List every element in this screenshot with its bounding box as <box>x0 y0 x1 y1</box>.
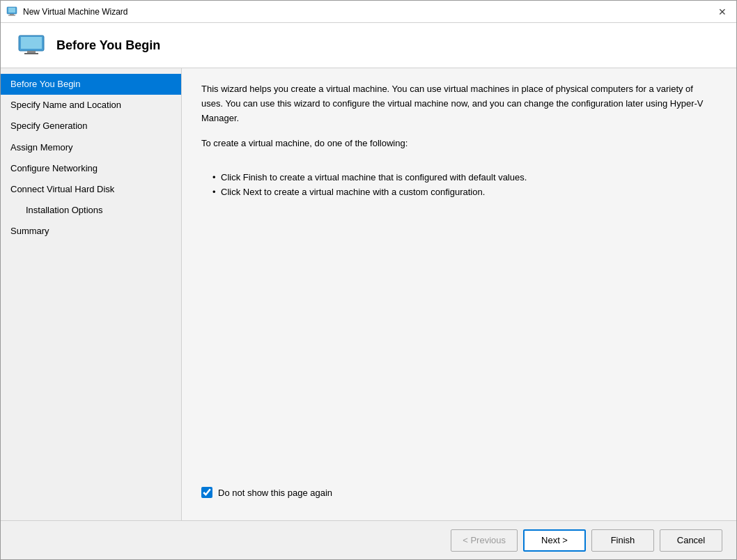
finish-button[interactable]: Finish <box>591 529 654 552</box>
title-bar-left: New Virtual Machine Wizard <box>6 6 128 17</box>
title-bar: New Virtual Machine Wizard ✕ <box>1 1 736 23</box>
content-area: Before You Begin Specify Name and Locati… <box>1 68 736 520</box>
cancel-button[interactable]: Cancel <box>660 529 722 552</box>
sidebar-item-before-you-begin[interactable]: Before You Begin <box>1 74 181 95</box>
header-icon <box>17 34 45 56</box>
svg-rect-7 <box>24 53 38 54</box>
next-button[interactable]: Next > <box>523 529 586 552</box>
previous-button[interactable]: < Previous <box>451 529 518 552</box>
svg-rect-3 <box>8 15 15 15</box>
svg-rect-2 <box>10 14 14 15</box>
page-title: Before You Begin <box>56 38 160 53</box>
header-section: Before You Begin <box>1 23 736 68</box>
description-paragraph2: To create a virtual machine, do one of t… <box>201 137 717 151</box>
sidebar: Before You Begin Specify Name and Locati… <box>1 68 182 520</box>
svg-rect-5 <box>21 37 42 49</box>
close-button[interactable]: ✕ <box>714 3 731 20</box>
main-content: This wizard helps you create a virtual m… <box>182 68 736 520</box>
sidebar-item-specify-generation[interactable]: Specify Generation <box>1 116 181 137</box>
sidebar-item-assign-memory[interactable]: Assign Memory <box>1 137 181 158</box>
dont-show-again-checkbox[interactable] <box>201 487 212 498</box>
sidebar-item-specify-name-location[interactable]: Specify Name and Location <box>1 95 181 116</box>
svg-rect-1 <box>8 8 15 13</box>
sidebar-item-installation-options[interactable]: Installation Options <box>1 200 181 221</box>
sidebar-item-summary[interactable]: Summary <box>1 221 181 242</box>
bullet-item-2: Click Next to create a virtual machine w… <box>212 185 717 200</box>
sidebar-item-configure-networking[interactable]: Configure Networking <box>1 158 181 179</box>
bullet-list: Click Finish to create a virtual machine… <box>212 171 717 200</box>
title-icon <box>6 6 17 17</box>
svg-rect-6 <box>27 51 36 53</box>
footer: < Previous Next > Finish Cancel <box>1 520 736 559</box>
description-paragraph1: This wizard helps you create a virtual m… <box>201 82 717 125</box>
wizard-window: New Virtual Machine Wizard ✕ Before You … <box>0 0 737 560</box>
window-title: New Virtual Machine Wizard <box>23 7 128 17</box>
sidebar-item-connect-virtual-hard-disk[interactable]: Connect Virtual Hard Disk <box>1 179 181 200</box>
checkbox-area: Do not show this page again <box>201 487 717 506</box>
bullet-item-1: Click Finish to create a virtual machine… <box>212 171 717 185</box>
dont-show-again-label[interactable]: Do not show this page again <box>218 488 332 498</box>
